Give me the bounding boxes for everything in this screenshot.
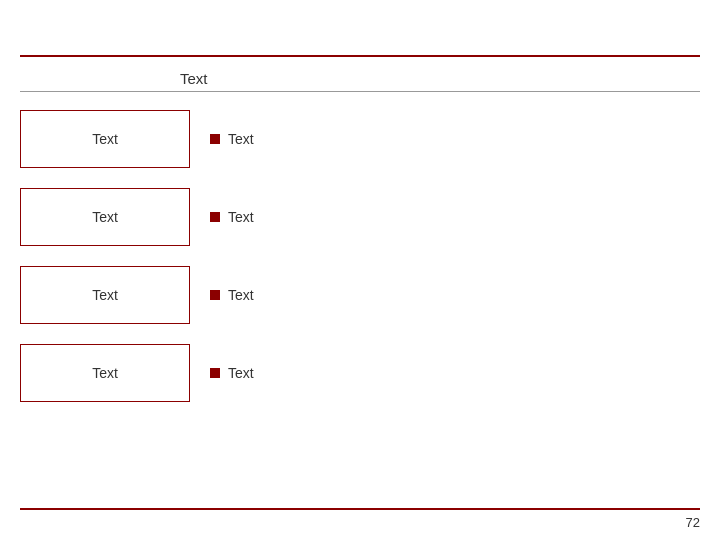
bullet-icon-2 — [210, 290, 220, 300]
right-item-1: Text — [210, 209, 254, 225]
section-title: Text — [20, 70, 700, 92]
right-item-3: Text — [210, 365, 254, 381]
section-title-text: Text — [180, 70, 208, 87]
bullet-icon-3 — [210, 368, 220, 378]
bullet-icon-1 — [210, 212, 220, 222]
left-box-2: Text — [20, 266, 190, 324]
right-text-2: Text — [228, 287, 254, 303]
rows-container: TextTextTextTextTextTextTextText — [20, 110, 700, 402]
table-row: TextText — [20, 110, 700, 168]
bottom-border — [20, 508, 700, 510]
table-row: TextText — [20, 266, 700, 324]
right-item-2: Text — [210, 287, 254, 303]
content-area: Text TextTextTextTextTextTextTextText — [20, 70, 700, 490]
bullet-icon-0 — [210, 134, 220, 144]
right-item-0: Text — [210, 131, 254, 147]
page-number: 72 — [686, 515, 700, 530]
right-text-0: Text — [228, 131, 254, 147]
table-row: TextText — [20, 188, 700, 246]
left-box-1: Text — [20, 188, 190, 246]
left-box-3: Text — [20, 344, 190, 402]
right-text-1: Text — [228, 209, 254, 225]
right-text-3: Text — [228, 365, 254, 381]
top-border — [20, 55, 700, 57]
table-row: TextText — [20, 344, 700, 402]
left-box-0: Text — [20, 110, 190, 168]
